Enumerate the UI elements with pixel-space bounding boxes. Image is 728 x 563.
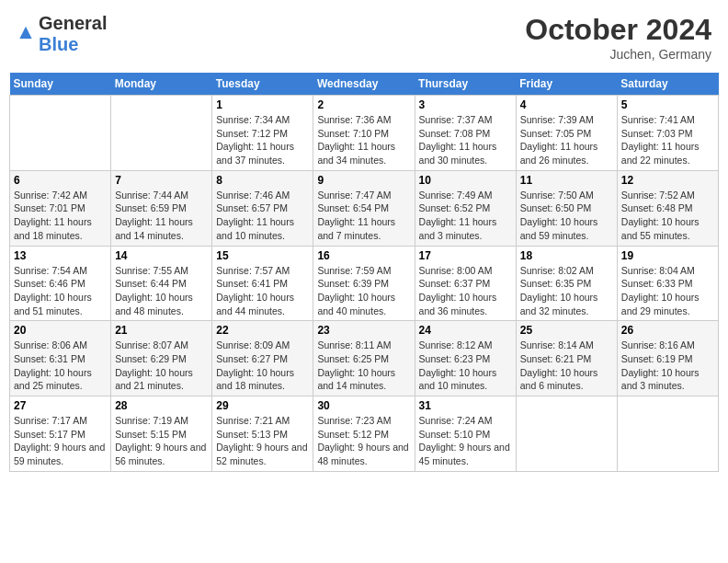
table-row: 11Sunrise: 7:50 AM Sunset: 6:50 PM Dayli…	[516, 170, 617, 246]
header-friday: Friday	[516, 73, 617, 96]
day-info: Sunrise: 8:11 AM Sunset: 6:25 PM Dayligh…	[317, 339, 410, 393]
table-row: 14Sunrise: 7:55 AM Sunset: 6:44 PM Dayli…	[111, 246, 212, 321]
day-info: Sunrise: 7:47 AM Sunset: 6:54 PM Dayligh…	[317, 189, 410, 243]
day-info: Sunrise: 7:55 AM Sunset: 6:44 PM Dayligh…	[115, 264, 208, 318]
day-number: 6	[14, 174, 107, 187]
day-number: 10	[419, 174, 512, 187]
day-info: Sunrise: 7:42 AM Sunset: 7:01 PM Dayligh…	[14, 189, 107, 243]
table-row	[516, 396, 617, 472]
logo-blue: Blue	[39, 34, 78, 54]
day-info: Sunrise: 7:23 AM Sunset: 5:12 PM Dayligh…	[317, 414, 410, 468]
table-row: 24Sunrise: 8:12 AM Sunset: 6:23 PM Dayli…	[415, 321, 516, 396]
logo-general: General	[39, 13, 107, 33]
day-info: Sunrise: 7:37 AM Sunset: 7:08 PM Dayligh…	[419, 113, 512, 167]
table-row	[111, 96, 212, 171]
day-info: Sunrise: 8:12 AM Sunset: 6:23 PM Dayligh…	[419, 339, 512, 393]
day-info: Sunrise: 7:34 AM Sunset: 7:12 PM Dayligh…	[216, 113, 309, 167]
table-row: 1Sunrise: 7:34 AM Sunset: 7:12 PM Daylig…	[212, 96, 313, 171]
day-info: Sunrise: 7:36 AM Sunset: 7:10 PM Dayligh…	[317, 113, 410, 167]
logo-text: General Blue	[39, 13, 107, 55]
day-number: 16	[317, 249, 410, 262]
table-row: 3Sunrise: 7:37 AM Sunset: 7:08 PM Daylig…	[415, 96, 516, 171]
day-number: 28	[115, 399, 208, 412]
day-number: 1	[216, 98, 309, 111]
table-row: 26Sunrise: 8:16 AM Sunset: 6:19 PM Dayli…	[617, 321, 718, 396]
table-row: 7Sunrise: 7:44 AM Sunset: 6:59 PM Daylig…	[111, 170, 212, 246]
table-row: 18Sunrise: 8:02 AM Sunset: 6:35 PM Dayli…	[516, 246, 617, 321]
day-number: 30	[317, 399, 410, 412]
title-block: October 2024 Juchen, Germany	[525, 13, 711, 62]
day-number: 17	[419, 249, 512, 262]
calendar-week-row: 1Sunrise: 7:34 AM Sunset: 7:12 PM Daylig…	[10, 96, 719, 171]
page-header: General Blue October 2024 Juchen, German…	[9, 9, 719, 65]
table-row: 8Sunrise: 7:46 AM Sunset: 6:57 PM Daylig…	[212, 170, 313, 246]
svg-marker-0	[19, 27, 31, 39]
day-number: 25	[520, 324, 613, 337]
header-sunday: Sunday	[10, 73, 111, 96]
table-row: 13Sunrise: 7:54 AM Sunset: 6:46 PM Dayli…	[10, 246, 111, 321]
table-row: 20Sunrise: 8:06 AM Sunset: 6:31 PM Dayli…	[10, 321, 111, 396]
day-number: 9	[317, 174, 410, 187]
day-number: 21	[115, 324, 208, 337]
header-tuesday: Tuesday	[212, 73, 313, 96]
day-info: Sunrise: 8:04 AM Sunset: 6:33 PM Dayligh…	[621, 264, 714, 318]
table-row: 4Sunrise: 7:39 AM Sunset: 7:05 PM Daylig…	[516, 96, 617, 171]
table-row: 16Sunrise: 7:59 AM Sunset: 6:39 PM Dayli…	[313, 246, 415, 321]
table-row: 12Sunrise: 7:52 AM Sunset: 6:48 PM Dayli…	[617, 170, 718, 246]
weekday-header-row: Sunday Monday Tuesday Wednesday Thursday…	[10, 73, 719, 96]
day-number: 15	[216, 249, 309, 262]
day-info: Sunrise: 8:14 AM Sunset: 6:21 PM Dayligh…	[520, 339, 613, 393]
day-number: 8	[216, 174, 309, 187]
day-number: 26	[621, 324, 714, 337]
day-number: 13	[14, 249, 107, 262]
table-row: 19Sunrise: 8:04 AM Sunset: 6:33 PM Dayli…	[617, 246, 718, 321]
table-row: 17Sunrise: 8:00 AM Sunset: 6:37 PM Dayli…	[415, 246, 516, 321]
header-monday: Monday	[111, 73, 212, 96]
day-number: 11	[520, 174, 613, 187]
table-row: 9Sunrise: 7:47 AM Sunset: 6:54 PM Daylig…	[313, 170, 415, 246]
day-info: Sunrise: 7:21 AM Sunset: 5:13 PM Dayligh…	[216, 414, 309, 468]
day-info: Sunrise: 7:59 AM Sunset: 6:39 PM Dayligh…	[317, 264, 410, 318]
table-row: 29Sunrise: 7:21 AM Sunset: 5:13 PM Dayli…	[212, 396, 313, 472]
table-row: 25Sunrise: 8:14 AM Sunset: 6:21 PM Dayli…	[516, 321, 617, 396]
day-number: 2	[317, 98, 410, 111]
day-info: Sunrise: 7:46 AM Sunset: 6:57 PM Dayligh…	[216, 189, 309, 243]
day-number: 24	[419, 324, 512, 337]
day-number: 22	[216, 324, 309, 337]
table-row	[10, 96, 111, 171]
location: Juchen, Germany	[525, 47, 711, 62]
day-info: Sunrise: 8:09 AM Sunset: 6:27 PM Dayligh…	[216, 339, 309, 393]
calendar-week-row: 27Sunrise: 7:17 AM Sunset: 5:17 PM Dayli…	[10, 396, 719, 472]
day-info: Sunrise: 7:54 AM Sunset: 6:46 PM Dayligh…	[14, 264, 107, 318]
day-info: Sunrise: 8:07 AM Sunset: 6:29 PM Dayligh…	[115, 339, 208, 393]
day-info: Sunrise: 8:16 AM Sunset: 6:19 PM Dayligh…	[621, 339, 714, 393]
day-info: Sunrise: 7:57 AM Sunset: 6:41 PM Dayligh…	[216, 264, 309, 318]
day-info: Sunrise: 7:39 AM Sunset: 7:05 PM Dayligh…	[520, 113, 613, 167]
day-info: Sunrise: 7:24 AM Sunset: 5:10 PM Dayligh…	[419, 414, 512, 468]
day-info: Sunrise: 7:17 AM Sunset: 5:17 PM Dayligh…	[14, 414, 107, 468]
calendar-week-row: 6Sunrise: 7:42 AM Sunset: 7:01 PM Daylig…	[10, 170, 719, 246]
table-row: 15Sunrise: 7:57 AM Sunset: 6:41 PM Dayli…	[212, 246, 313, 321]
table-row: 30Sunrise: 7:23 AM Sunset: 5:12 PM Dayli…	[313, 396, 415, 472]
table-row	[617, 396, 718, 472]
calendar-week-row: 13Sunrise: 7:54 AM Sunset: 6:46 PM Dayli…	[10, 246, 719, 321]
logo-icon	[17, 25, 35, 43]
day-number: 31	[419, 399, 512, 412]
table-row: 28Sunrise: 7:19 AM Sunset: 5:15 PM Dayli…	[111, 396, 212, 472]
table-row: 5Sunrise: 7:41 AM Sunset: 7:03 PM Daylig…	[617, 96, 718, 171]
calendar-table: Sunday Monday Tuesday Wednesday Thursday…	[9, 73, 719, 472]
day-number: 29	[216, 399, 309, 412]
day-info: Sunrise: 8:00 AM Sunset: 6:37 PM Dayligh…	[419, 264, 512, 318]
table-row: 6Sunrise: 7:42 AM Sunset: 7:01 PM Daylig…	[10, 170, 111, 246]
day-number: 14	[115, 249, 208, 262]
table-row: 22Sunrise: 8:09 AM Sunset: 6:27 PM Dayli…	[212, 321, 313, 396]
day-info: Sunrise: 7:50 AM Sunset: 6:50 PM Dayligh…	[520, 189, 613, 243]
logo: General Blue	[17, 13, 107, 55]
day-info: Sunrise: 7:44 AM Sunset: 6:59 PM Dayligh…	[115, 189, 208, 243]
day-number: 27	[14, 399, 107, 412]
day-info: Sunrise: 8:06 AM Sunset: 6:31 PM Dayligh…	[14, 339, 107, 393]
month-title: October 2024	[525, 13, 711, 47]
day-info: Sunrise: 7:49 AM Sunset: 6:52 PM Dayligh…	[419, 189, 512, 243]
day-info: Sunrise: 7:19 AM Sunset: 5:15 PM Dayligh…	[115, 414, 208, 468]
table-row: 2Sunrise: 7:36 AM Sunset: 7:10 PM Daylig…	[313, 96, 415, 171]
